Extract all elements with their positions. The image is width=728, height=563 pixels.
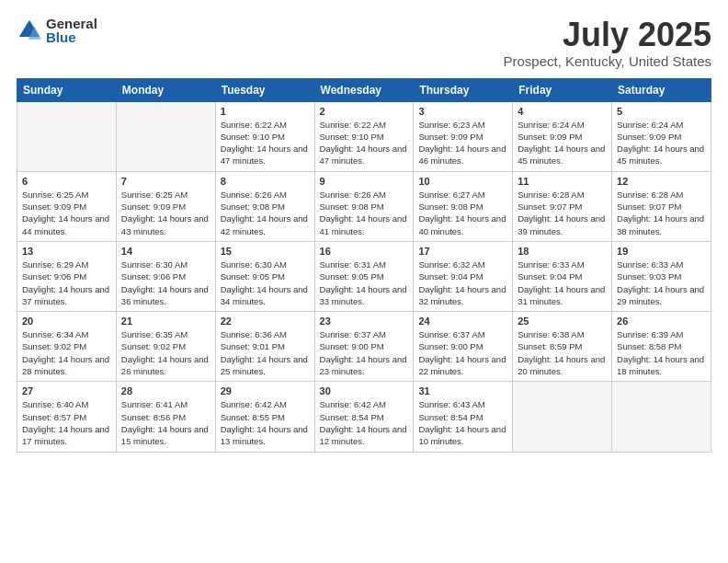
logo-blue: Blue <box>46 30 97 44</box>
weekday-header-sunday: Sunday <box>17 78 117 101</box>
day-number: 15 <box>221 246 310 257</box>
calendar-week-row: 13Sunrise: 6:29 AM Sunset: 9:06 PM Dayli… <box>17 241 711 311</box>
day-number: 16 <box>320 246 409 257</box>
day-number: 24 <box>418 316 507 327</box>
title-month: July 2025 <box>503 17 711 53</box>
day-number: 17 <box>418 246 507 257</box>
calendar-cell: 5Sunrise: 6:24 AM Sunset: 9:09 PM Daylig… <box>612 101 711 171</box>
calendar-cell: 21Sunrise: 6:35 AM Sunset: 9:02 PM Dayli… <box>116 312 215 382</box>
calendar-cell: 23Sunrise: 6:37 AM Sunset: 9:00 PM Dayli… <box>314 312 414 382</box>
day-info: Sunrise: 6:25 AM Sunset: 9:09 PM Dayligh… <box>22 189 111 237</box>
day-info: Sunrise: 6:33 AM Sunset: 9:04 PM Dayligh… <box>518 259 607 307</box>
calendar-cell: 8Sunrise: 6:26 AM Sunset: 9:08 PM Daylig… <box>215 171 314 241</box>
calendar-table: SundayMondayTuesdayWednesdayThursdayFrid… <box>17 78 711 453</box>
day-info: Sunrise: 6:22 AM Sunset: 9:10 PM Dayligh… <box>320 119 409 167</box>
calendar-cell <box>17 101 117 171</box>
calendar-week-row: 27Sunrise: 6:40 AM Sunset: 8:57 PM Dayli… <box>17 382 711 452</box>
title-block: July 2025 Prospect, Kentucky, United Sta… <box>503 17 711 69</box>
calendar-cell: 15Sunrise: 6:30 AM Sunset: 9:05 PM Dayli… <box>215 241 314 311</box>
calendar-cell: 17Sunrise: 6:32 AM Sunset: 9:04 PM Dayli… <box>414 241 513 311</box>
day-info: Sunrise: 6:32 AM Sunset: 9:04 PM Dayligh… <box>418 259 507 307</box>
day-info: Sunrise: 6:37 AM Sunset: 9:00 PM Dayligh… <box>418 328 507 377</box>
day-info: Sunrise: 6:22 AM Sunset: 9:10 PM Dayligh… <box>221 119 310 167</box>
calendar-cell <box>612 382 711 452</box>
day-number: 23 <box>320 316 409 327</box>
calendar-cell: 1Sunrise: 6:22 AM Sunset: 9:10 PM Daylig… <box>215 101 314 171</box>
weekday-header-friday: Friday <box>513 78 612 101</box>
day-info: Sunrise: 6:29 AM Sunset: 9:06 PM Dayligh… <box>22 259 111 307</box>
day-number: 18 <box>518 246 607 257</box>
logo-text: General Blue <box>46 17 97 44</box>
calendar-cell <box>513 382 612 452</box>
day-info: Sunrise: 6:24 AM Sunset: 9:09 PM Dayligh… <box>518 119 607 167</box>
day-number: 28 <box>121 385 210 396</box>
day-number: 7 <box>121 176 210 187</box>
day-info: Sunrise: 6:26 AM Sunset: 9:08 PM Dayligh… <box>320 189 409 237</box>
day-number: 25 <box>518 316 607 327</box>
day-number: 9 <box>320 176 409 187</box>
day-info: Sunrise: 6:23 AM Sunset: 9:09 PM Dayligh… <box>418 119 507 167</box>
day-info: Sunrise: 6:25 AM Sunset: 9:09 PM Dayligh… <box>121 189 210 237</box>
logo-icon <box>17 17 42 43</box>
day-number: 27 <box>22 385 111 396</box>
day-info: Sunrise: 6:38 AM Sunset: 8:59 PM Dayligh… <box>518 328 607 377</box>
calendar-week-row: 6Sunrise: 6:25 AM Sunset: 9:09 PM Daylig… <box>17 171 711 241</box>
day-number: 13 <box>22 246 111 257</box>
page: General Blue July 2025 Prospect, Kentuck… <box>0 0 728 563</box>
calendar-cell: 18Sunrise: 6:33 AM Sunset: 9:04 PM Dayli… <box>513 241 612 311</box>
day-number: 12 <box>617 176 706 187</box>
calendar-cell: 31Sunrise: 6:43 AM Sunset: 8:54 PM Dayli… <box>414 382 513 452</box>
calendar-cell: 14Sunrise: 6:30 AM Sunset: 9:06 PM Dayli… <box>116 241 215 311</box>
calendar-cell: 22Sunrise: 6:36 AM Sunset: 9:01 PM Dayli… <box>215 312 314 382</box>
day-number: 19 <box>617 246 706 257</box>
calendar-cell: 20Sunrise: 6:34 AM Sunset: 9:02 PM Dayli… <box>17 312 117 382</box>
day-number: 6 <box>22 176 111 187</box>
day-info: Sunrise: 6:43 AM Sunset: 8:54 PM Dayligh… <box>418 398 507 447</box>
calendar-cell: 7Sunrise: 6:25 AM Sunset: 9:09 PM Daylig… <box>116 171 215 241</box>
day-info: Sunrise: 6:40 AM Sunset: 8:57 PM Dayligh… <box>22 398 111 447</box>
weekday-header-tuesday: Tuesday <box>215 78 314 101</box>
day-info: Sunrise: 6:24 AM Sunset: 9:09 PM Dayligh… <box>617 119 706 167</box>
day-info: Sunrise: 6:30 AM Sunset: 9:06 PM Dayligh… <box>121 259 210 307</box>
calendar-cell <box>116 101 215 171</box>
day-info: Sunrise: 6:39 AM Sunset: 8:58 PM Dayligh… <box>617 328 706 377</box>
day-number: 10 <box>418 176 507 187</box>
calendar-week-row: 20Sunrise: 6:34 AM Sunset: 9:02 PM Dayli… <box>17 312 711 382</box>
calendar-cell: 2Sunrise: 6:22 AM Sunset: 9:10 PM Daylig… <box>314 101 414 171</box>
calendar-cell: 30Sunrise: 6:42 AM Sunset: 8:54 PM Dayli… <box>314 382 414 452</box>
header: General Blue July 2025 Prospect, Kentuck… <box>17 17 711 69</box>
day-info: Sunrise: 6:42 AM Sunset: 8:54 PM Dayligh… <box>320 398 409 447</box>
day-number: 11 <box>518 176 607 187</box>
calendar-cell: 12Sunrise: 6:28 AM Sunset: 9:07 PM Dayli… <box>612 171 711 241</box>
calendar-cell: 16Sunrise: 6:31 AM Sunset: 9:05 PM Dayli… <box>314 241 414 311</box>
day-info: Sunrise: 6:36 AM Sunset: 9:01 PM Dayligh… <box>221 328 310 377</box>
calendar-cell: 27Sunrise: 6:40 AM Sunset: 8:57 PM Dayli… <box>17 382 117 452</box>
day-info: Sunrise: 6:31 AM Sunset: 9:05 PM Dayligh… <box>320 259 409 307</box>
day-number: 2 <box>320 106 409 117</box>
day-info: Sunrise: 6:28 AM Sunset: 9:07 PM Dayligh… <box>518 189 607 237</box>
day-number: 3 <box>418 106 507 117</box>
calendar-cell: 11Sunrise: 6:28 AM Sunset: 9:07 PM Dayli… <box>513 171 612 241</box>
day-info: Sunrise: 6:26 AM Sunset: 9:08 PM Dayligh… <box>221 189 310 237</box>
day-info: Sunrise: 6:28 AM Sunset: 9:07 PM Dayligh… <box>617 189 706 237</box>
weekday-header-monday: Monday <box>116 78 215 101</box>
day-info: Sunrise: 6:30 AM Sunset: 9:05 PM Dayligh… <box>221 259 310 307</box>
weekday-header-wednesday: Wednesday <box>314 78 414 101</box>
day-number: 5 <box>617 106 706 117</box>
calendar-cell: 29Sunrise: 6:42 AM Sunset: 8:55 PM Dayli… <box>215 382 314 452</box>
weekday-header-row: SundayMondayTuesdayWednesdayThursdayFrid… <box>17 78 711 101</box>
calendar-cell: 10Sunrise: 6:27 AM Sunset: 9:08 PM Dayli… <box>414 171 513 241</box>
day-number: 20 <box>22 316 111 327</box>
day-info: Sunrise: 6:37 AM Sunset: 9:00 PM Dayligh… <box>320 328 409 377</box>
calendar-cell: 4Sunrise: 6:24 AM Sunset: 9:09 PM Daylig… <box>513 101 612 171</box>
calendar-cell: 26Sunrise: 6:39 AM Sunset: 8:58 PM Dayli… <box>612 312 711 382</box>
calendar-cell: 13Sunrise: 6:29 AM Sunset: 9:06 PM Dayli… <box>17 241 117 311</box>
weekday-header-saturday: Saturday <box>612 78 711 101</box>
logo: General Blue <box>17 17 97 44</box>
calendar-cell: 6Sunrise: 6:25 AM Sunset: 9:09 PM Daylig… <box>17 171 117 241</box>
day-info: Sunrise: 6:27 AM Sunset: 9:08 PM Dayligh… <box>418 189 507 237</box>
calendar-cell: 28Sunrise: 6:41 AM Sunset: 8:56 PM Dayli… <box>116 382 215 452</box>
day-number: 1 <box>221 106 310 117</box>
calendar-cell: 9Sunrise: 6:26 AM Sunset: 9:08 PM Daylig… <box>314 171 414 241</box>
calendar-week-row: 1Sunrise: 6:22 AM Sunset: 9:10 PM Daylig… <box>17 101 711 171</box>
